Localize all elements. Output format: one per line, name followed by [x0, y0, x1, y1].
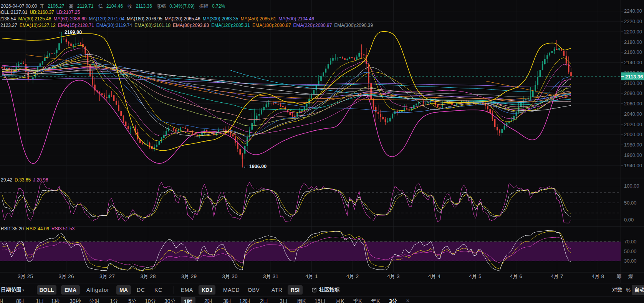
svg-text:2100.00: 2100.00 [624, 80, 642, 86]
svg-text:0.00: 0.00 [624, 217, 634, 223]
svg-text:← 1936.00: ← 1936.00 [243, 164, 267, 169]
svg-text:3月 26: 3月 26 [59, 273, 74, 279]
svg-text:50.00: 50.00 [624, 200, 637, 206]
svg-text:2080.00: 2080.00 [624, 90, 642, 96]
svg-text:4月 5: 4月 5 [469, 273, 481, 279]
svg-text:4月 7: 4月 7 [551, 273, 563, 279]
svg-text:3月 30: 3月 30 [222, 273, 238, 279]
svg-text:2113.36: 2113.36 [625, 74, 643, 80]
svg-text:3月 25: 3月 25 [18, 273, 33, 279]
svg-text:2000.00: 2000.00 [624, 132, 642, 137]
svg-text:4月 4: 4月 4 [428, 273, 441, 279]
svg-text:4月 1: 4月 1 [305, 273, 318, 279]
svg-text:3月 27: 3月 27 [99, 273, 115, 279]
svg-text:100.00: 100.00 [624, 183, 639, 189]
svg-text:2040.00: 2040.00 [624, 111, 642, 117]
svg-text:4月 3: 4月 3 [387, 273, 399, 279]
svg-text:2220.00: 2220.00 [624, 18, 642, 24]
svg-text:2240.00: 2240.00 [624, 8, 642, 14]
svg-text:2200.00: 2200.00 [624, 29, 642, 35]
svg-text:2160.00: 2160.00 [624, 49, 642, 55]
svg-text:爆: 爆 [628, 273, 634, 279]
svg-text:30.00: 30.00 [624, 258, 637, 264]
svg-text:3月 31: 3月 31 [263, 273, 278, 279]
svg-text:2060.00: 2060.00 [624, 101, 642, 107]
svg-text:← 2199.00: ← 2199.00 [58, 30, 82, 35]
svg-text:4月 2: 4月 2 [346, 273, 359, 279]
svg-text:50.00: 50.00 [624, 248, 637, 254]
svg-text:1980.00: 1980.00 [624, 142, 642, 148]
svg-text:1940.00: 1940.00 [624, 163, 642, 168]
svg-text:4月 8: 4月 8 [592, 273, 604, 279]
svg-text:2180.00: 2180.00 [624, 39, 642, 45]
svg-text:1960.00: 1960.00 [624, 152, 642, 158]
svg-text:70.00: 70.00 [624, 239, 637, 245]
svg-text:3月 29: 3月 29 [181, 273, 197, 279]
svg-text:2140.00: 2140.00 [624, 60, 642, 65]
svg-text:2020.00: 2020.00 [624, 122, 642, 127]
svg-text:4月 6: 4月 6 [510, 273, 522, 279]
svg-text:3月 28: 3月 28 [141, 273, 156, 279]
svg-text:筹: 筹 [616, 273, 622, 279]
